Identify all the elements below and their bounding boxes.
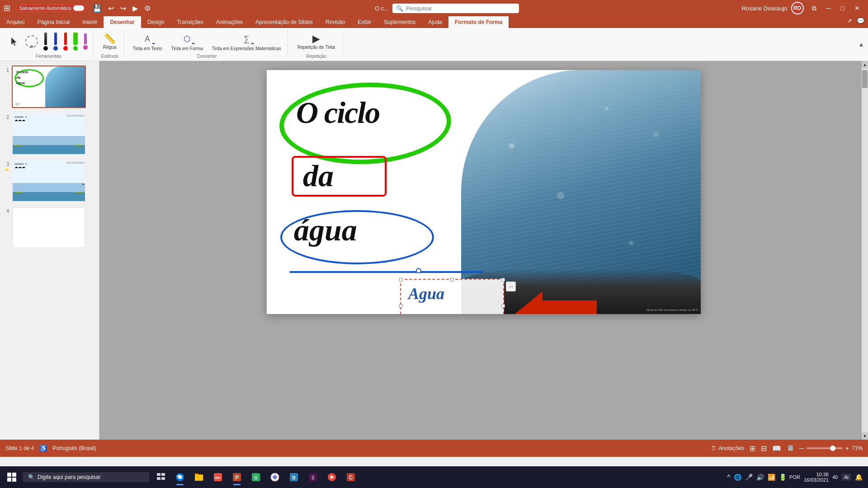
blue-pen-btn[interactable] <box>52 31 60 52</box>
tinta-forma-btn[interactable]: ⬡ ✒ Tinta em Forma <box>169 30 206 53</box>
tab-inserir[interactable]: Inserir <box>76 16 104 28</box>
minimize-btn[interactable]: ─ <box>822 3 835 14</box>
v-scroll-bar[interactable]: ▲ ▼ <box>862 61 868 440</box>
more-options-btn[interactable]: ··· <box>506 282 516 291</box>
save-icon[interactable]: 💾 <box>91 3 104 14</box>
tab-suplementos[interactable]: Suplementos <box>377 16 422 28</box>
taskbar-app-chrome[interactable] <box>266 468 284 486</box>
presenter-view-btn[interactable]: 🖥 <box>787 444 794 452</box>
slide-item-2[interactable]: 2 ☀ ☁☁☁ 🌳🌳🌳 🌳🌳🌳 <box>2 112 97 156</box>
tab-design[interactable]: Design <box>141 16 170 28</box>
handle-tr[interactable] <box>501 278 505 282</box>
restore-icon[interactable]: ⧉ <box>807 3 821 14</box>
taskbar-app-blue[interactable]: B <box>285 468 303 486</box>
tab-exibir[interactable]: Exibir <box>351 16 377 28</box>
notification-btn[interactable]: 🔔 <box>855 474 863 481</box>
comments-icon[interactable]: 💬 <box>855 16 866 28</box>
slide-thumb-4[interactable] <box>12 206 86 249</box>
tab-animacoes[interactable]: Animações <box>210 16 249 28</box>
tab-revisao[interactable]: Revisão <box>319 16 351 28</box>
normal-view-btn[interactable]: ⊞ <box>750 444 755 453</box>
network-wifi-icon[interactable]: 📶 <box>767 473 776 482</box>
zoom-slider[interactable] <box>807 447 843 449</box>
handle-mr[interactable] <box>501 304 505 308</box>
cursor-tool-btn[interactable] <box>7 34 22 49</box>
scroll-thumb[interactable] <box>862 70 868 88</box>
slide-thumb-3[interactable]: ☁☁☁ ☀ 🌳🌳🌳 🌳🌳🌳 CICLO DA ÁGUA 🏔 <box>12 160 86 202</box>
slide-thumb-1[interactable]: O ciclo da água Igu <box>12 66 86 108</box>
svg-rect-1 <box>7 473 11 477</box>
black-pen-btn[interactable] <box>42 31 50 52</box>
autosave-toggle[interactable]: Salvamento Automático <box>16 5 87 12</box>
slide-item-3[interactable]: 3 ★ ☁☁☁ ☀ 🌳🌳🌳 <box>2 159 97 203</box>
eraser-btn[interactable] <box>24 33 40 50</box>
user-avatar[interactable]: RD <box>791 2 804 14</box>
purple-pen-btn[interactable] <box>81 32 90 52</box>
ai-label[interactable]: Ai <box>841 474 851 481</box>
taskbar-app-edge[interactable] <box>171 468 189 486</box>
battery-icon[interactable]: 🔋 <box>778 473 788 482</box>
notes-btn[interactable]: 🗒 Anotações <box>711 445 744 451</box>
zoom-slider-thumb[interactable] <box>830 446 835 451</box>
slide-thumb-2[interactable]: ☀ ☁☁☁ 🌳🌳🌳 🌳🌳🌳 CICLO DA ÁGUA <box>12 113 86 155</box>
repeticao-tinta-btn[interactable]: ▶ Repetição de Tinta <box>293 32 339 51</box>
taskbar-app-taskview[interactable] <box>152 468 170 486</box>
tab-pagina-inicial[interactable]: Página Inicial <box>31 16 76 28</box>
rotation-handle[interactable] <box>416 268 421 273</box>
regua-btn[interactable]: 📏 Régua <box>99 32 120 51</box>
tab-formato-forma[interactable]: Formato de Forma <box>448 16 509 28</box>
zoom-control[interactable]: ─ + 71% <box>799 445 863 452</box>
scroll-down-btn[interactable]: ▼ <box>862 432 868 440</box>
redo-icon[interactable]: ↪ <box>118 3 128 14</box>
start-btn[interactable] <box>2 467 22 487</box>
handle-tm[interactable] <box>450 278 454 282</box>
scroll-up-btn[interactable]: ▲ <box>862 61 868 68</box>
group-converter: A ✒ Tinta em Texto ⬡ ✒ Tinta em Forma <box>126 30 288 59</box>
tab-apresentacao[interactable]: Apresentação de Slides <box>249 16 319 28</box>
clock[interactable]: 10:38 16/03/2021 <box>804 472 829 483</box>
slide-item-4[interactable]: 4 <box>2 206 97 250</box>
taskbar-app-media[interactable] <box>323 468 341 486</box>
taskbar-app-explorer[interactable] <box>190 468 208 486</box>
reading-view-btn[interactable]: 📖 <box>772 444 781 453</box>
zoom-out-btn[interactable]: ─ <box>799 445 804 452</box>
taskbar-app-slack[interactable]: S <box>304 468 322 486</box>
zoom-in-btn[interactable]: + <box>845 445 849 452</box>
close-btn[interactable]: ✕ <box>850 3 864 14</box>
search-box[interactable]: 🔍 <box>392 4 519 13</box>
show-hidden-icon[interactable]: ^ <box>726 473 731 482</box>
tab-desenhar[interactable]: Desenhar <box>104 16 141 28</box>
tab-ajuda[interactable]: Ajuda <box>422 16 448 28</box>
taskbar-search[interactable]: 🔍 Digite aqui para pesquisar <box>23 472 149 482</box>
taskbar-app-green[interactable]: G <box>247 468 265 486</box>
green-highlighter-btn[interactable] <box>71 31 80 52</box>
toggle-knob[interactable] <box>73 5 84 11</box>
maximize-btn[interactable]: □ <box>836 3 849 14</box>
slide-sorter-btn[interactable]: ⊟ <box>761 444 767 453</box>
language-kbd[interactable]: POR <box>789 474 800 480</box>
selected-textbox[interactable]: Agua ··· <box>400 279 504 314</box>
taskbar-app-store[interactable]: 99+ <box>209 468 227 486</box>
handle-ml[interactable] <box>399 304 403 308</box>
search-input[interactable] <box>406 5 505 12</box>
present-icon[interactable]: ▶ <box>131 3 140 14</box>
taskbar-app-powerpoint[interactable]: P <box>228 468 246 486</box>
volume-icon[interactable]: 🔊 <box>755 473 765 482</box>
tab-arquivo[interactable]: Arquivo <box>0 16 31 28</box>
canvas-area[interactable]: · · · · · · · · · · · · · · · · · · · · … <box>99 61 868 440</box>
slide-3-star: ★ <box>5 167 9 173</box>
handle-tl[interactable] <box>399 278 403 282</box>
ribbon-collapse-btn[interactable]: ▲ <box>858 30 864 59</box>
taskbar-app-c[interactable]: C <box>342 468 360 486</box>
accessibility-icon[interactable]: ♿ <box>39 445 47 452</box>
customize-icon[interactable]: ⚙ <box>142 3 152 14</box>
tinta-expressoes-btn[interactable]: ∑ ✒ Tinta em Expressões Matemáticas <box>209 30 284 53</box>
tab-transicoes[interactable]: Transições <box>170 16 209 28</box>
network-icon[interactable]: 🌐 <box>733 473 742 482</box>
slide-item-1[interactable]: 1 O ciclo da água Igu <box>2 65 97 109</box>
undo-icon[interactable]: ↩ <box>106 3 116 14</box>
share-icon[interactable]: ↗ <box>845 16 854 28</box>
tinta-texto-btn[interactable]: A ✒ Tinta em Texto <box>130 30 165 53</box>
red-pen-btn[interactable] <box>61 31 70 52</box>
mic-icon[interactable]: 🎤 <box>744 473 754 482</box>
